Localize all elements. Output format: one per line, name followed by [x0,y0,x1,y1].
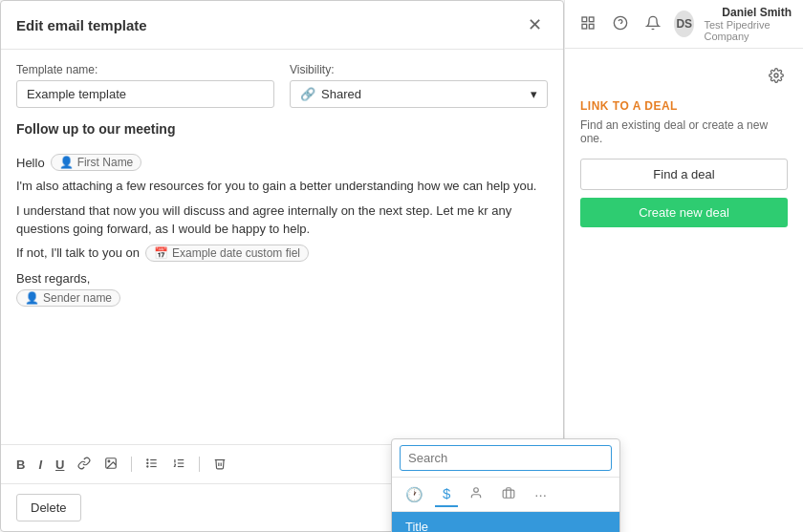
link-to-deal-title: LINK TO A DEAL [580,99,788,113]
svg-rect-13 [582,17,587,22]
image-button[interactable] [100,455,121,475]
visibility-group: Visibility: 🔗 Shared ▾ [290,63,548,108]
email-para2: I understand that now you will discuss a… [16,202,548,239]
svg-point-11 [474,488,479,493]
template-name-label: Template name: [16,63,274,76]
gear-section [580,64,788,90]
email-body: Hello 👤 First Name I'm also attaching a … [16,146,548,314]
dropdown-tab-deal[interactable]: $ [435,481,458,507]
fields-dropdown: 🕐 $ ··· Title Owner Organization Value C… [391,438,620,532]
date-placeholder-label: Example date custom fiel [172,246,300,260]
visibility-value-container: 🔗 Shared [300,87,361,101]
template-name-group: Template name: [16,63,274,108]
toolbar-left: B I U [12,455,230,475]
svg-point-6 [147,462,148,463]
underline-button[interactable]: U [52,456,68,474]
numbered-list-button[interactable] [168,455,189,475]
avatar[interactable]: DS [674,11,694,37]
edit-email-template-dialog: Edit email template ✕ Template name: Vis… [0,0,564,532]
link-button[interactable] [74,455,95,475]
delete-button[interactable]: Delete [16,494,81,521]
form-row-top: Template name: Visibility: 🔗 Shared ▾ [16,63,548,108]
user-company: Test Pipedrive Company [704,19,792,42]
clear-format-button[interactable] [209,455,230,475]
link-to-deal-desc: Find an existing deal or create a new on… [580,118,788,145]
visibility-label: Visibility: [290,63,548,76]
visibility-value: Shared [321,87,361,101]
svg-point-7 [147,465,148,466]
gear-icon-button[interactable] [765,64,788,90]
person-icon: 👤 [59,156,74,169]
first-name-pill[interactable]: 👤 First Name [51,154,142,171]
user-info[interactable]: Daniel Smith Test Pipedrive Company [704,6,792,42]
visibility-dropdown[interactable]: 🔗 Shared ▾ [290,80,548,108]
toolbar-separator-1 [131,457,132,472]
dialog-body: Template name: Visibility: 🔗 Shared ▾ Fo… [1,50,563,444]
grid-icon-button[interactable] [576,11,599,37]
email-para1: I'm also attaching a few resources for y… [16,177,548,196]
visibility-icon: 🔗 [300,87,315,101]
dialog-header: Edit email template ✕ [1,1,563,50]
dialog-title: Edit email template [16,17,147,33]
topbar: DS Daniel Smith Test Pipedrive Company [565,0,803,49]
date-pill[interactable]: 📅 Example date custom fiel [145,245,309,262]
dropdown-search-input[interactable] [400,445,612,471]
dropdown-tab-recent[interactable]: 🕐 [398,482,431,507]
dropdown-tab-org[interactable] [494,482,523,506]
sender-pill[interactable]: 👤 Sender name [16,289,120,307]
toolbar-separator-2 [199,457,200,472]
dropdown-tabs: 🕐 $ ··· [392,478,619,512]
calendar-icon: 📅 [154,246,168,260]
find-deal-button[interactable]: Find a deal [580,159,788,190]
svg-rect-16 [582,24,587,29]
sender-icon: 👤 [25,291,39,305]
template-name-input[interactable] [16,80,274,108]
bold-button[interactable]: B [12,456,29,474]
greeting-line: Hello 👤 First Name [16,154,548,171]
date-line: If not, I'll talk to you on 📅 Example da… [16,245,548,262]
help-icon-button[interactable] [609,11,632,37]
italic-button[interactable]: I [34,456,46,474]
user-name: Daniel Smith [722,6,792,19]
svg-point-1 [108,460,110,462]
dropdown-tab-more[interactable]: ··· [527,482,554,506]
sender-label: Sender name [43,291,112,305]
close-button[interactable]: ✕ [522,12,548,37]
svg-rect-15 [589,24,594,29]
svg-point-19 [774,74,778,77]
dropdown-tab-person[interactable] [462,482,490,506]
dropdown-list: Title Owner Organization Value Contact p… [392,512,619,532]
svg-rect-14 [589,17,594,22]
chevron-down-icon: ▾ [531,87,537,101]
email-section-title: Follow up to our meeting [16,121,548,137]
svg-point-5 [147,458,148,459]
dropdown-search-container [392,439,619,478]
bullet-list-button[interactable] [141,455,163,475]
best-regards-text: Best regards, [16,271,548,286]
dropdown-item-title[interactable]: Title [392,512,619,532]
create-deal-button[interactable]: Create new deal [580,198,788,227]
greeting-text: Hello [16,156,45,170]
date-line-text: If not, I'll talk to you on [16,245,140,260]
first-name-label: First Name [77,156,134,169]
svg-rect-12 [504,490,515,498]
bell-icon-button[interactable] [641,11,664,37]
